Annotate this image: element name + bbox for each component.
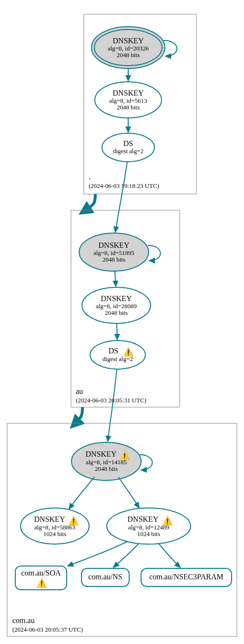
edge-au-zsk-ds [117,323,117,340]
edge-root-ds-au-ksk [115,162,127,232]
comau-zsk2-l1: DNSKEY [128,515,159,523]
edge-zsk2-ns [113,543,139,567]
comau-ksk-l3: 2048 bits [95,465,118,472]
edge-root-ksk-self [163,40,177,56]
rr-ns[interactable]: com.au/NS [81,568,129,586]
warning-icon: ⚠️ [36,578,47,588]
comau-ksk-l1: DNSKEY [86,450,117,458]
node-root-zsk[interactable]: DNSKEY alg=8, id=5613 2048 bits [95,82,162,118]
root-zsk-l2: alg=8, id=5613 [109,97,147,104]
node-root-ds[interactable]: DS digest alg=2 [102,133,154,162]
root-ksk-l1: DNSKEY [113,37,144,45]
au-ds-l1: DS [109,347,118,355]
au-ksk-l2: alg=8, id=51895 [93,249,134,256]
edge-au-ds-comau-ksk [108,369,117,441]
comau-zsk2-l3: 1024 bits [137,530,160,537]
comau-zsk2-l2: alg=8, id=12489 [128,524,169,531]
zone-comau-name: com.au [12,616,35,624]
node-au-zsk[interactable]: DNSKEY alg=8, id=28089 2048 bits [82,287,151,323]
rr-ns-label: com.au/NS [88,573,122,581]
edge-comau-ksk-zsk2 [118,477,139,508]
edge-comau-ksk-self [140,455,152,470]
node-au-ds[interactable]: DS ⚠️ digest alg=2 [90,341,145,369]
root-ksk-l3: 2048 bits [117,51,140,59]
au-zsk-l3: 2048 bits [105,309,128,316]
edge-auzone-comauzone [74,407,82,425]
node-au-ksk[interactable]: DNSKEY alg=8, id=51895 2048 bits [79,233,149,271]
comau-ksk-l2: alg=8, id=14185 [86,459,127,466]
svg-point-8 [90,341,145,369]
zone-root-name: . [89,173,91,181]
rr-soa-label: com.au/SOA [21,569,61,577]
root-ds-l2: digest alg=2 [113,147,143,155]
au-zsk-l2: alg=8, id=28089 [96,302,137,310]
edge-au-ksk-self [148,245,161,261]
root-ds-l1: DS [123,139,133,147]
comau-zsk1-l3: 1024 bits [43,530,66,537]
comau-zsk1-l1: DNSKEY [34,515,65,523]
rr-soa[interactable]: com.au/SOA ⚠️ [15,566,67,590]
node-comau-zsk2[interactable]: DNSKEY ⚠️ alg=8, id=12489 1024 bits [107,508,191,544]
node-comau-zsk1[interactable]: DNSKEY ⚠️ alg=8, id=58863 1024 bits [20,508,89,544]
au-zsk-l1: DNSKEY [101,294,132,302]
au-ksk-l3: 2048 bits [102,256,125,263]
root-zsk-l3: 2048 bits [117,104,140,111]
rr-nsec-label: com.au/NSEC3PARAM [149,573,223,581]
node-root-ksk[interactable]: DNSKEY alg=8, id=20326 2048 bits [92,27,165,68]
node-comau-ksk[interactable]: DNSKEY ⚠️ alg=8, id=14185 2048 bits [71,442,141,480]
edge-comau-ksk-zsk1 [69,477,94,509]
edge-au-ksk-zsk [115,271,116,286]
rr-nsec3param[interactable]: com.au/NSEC3PARAM [141,568,232,586]
zone-comau-ts: (2024-06-03 20:05:37 UTC) [12,626,83,633]
root-zsk-l1: DNSKEY [113,89,144,97]
au-ds-l2: digest alg=2 [102,355,133,362]
zone-au-name: au [76,387,83,395]
comau-zsk1-l2: alg=8, id=58863 [34,524,75,531]
edge-rootzone-auzone [83,194,95,212]
au-ksk-l1: DNSKEY [99,241,130,249]
root-ksk-l2: alg=8, id=20326 [108,45,149,52]
zone-au-ts: (2024-06-03 20:05:31 UTC) [76,397,146,404]
edge-zsk2-nsec [158,543,180,567]
